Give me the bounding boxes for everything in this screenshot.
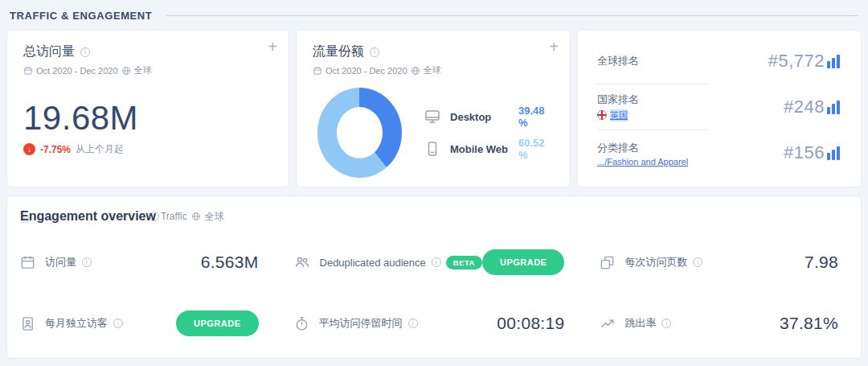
unique-visitor-icon <box>20 316 35 331</box>
rankings-card: 全球排名 #5,772 国家排名 英国 #248 分类排名 <box>577 30 862 187</box>
metric-label: 访问量 <box>45 255 76 269</box>
legend-value: 39.48 % <box>518 105 554 129</box>
add-to-dashboard-button[interactable]: + <box>549 39 559 55</box>
metric-label: 每月独立访客 <box>45 316 108 331</box>
traffic-share-card: + 流量份额 i Oct 2020 - Dec 2020 全球 Deskt <box>296 30 571 187</box>
visits-icon <box>20 255 35 270</box>
card-title-row: 总访问量 i <box>23 43 272 60</box>
legend-value: 60.52 % <box>518 137 554 161</box>
metric-deduplicated-audience: Deduplicated audience i BETA UPGRADE <box>281 232 588 293</box>
global-rank-label: 全球排名 <box>597 54 639 68</box>
info-icon[interactable]: i <box>661 319 671 328</box>
upgrade-button[interactable]: UPGRADE <box>176 310 259 336</box>
card-subtitle: Oct 2020 - Dec 2020 全球 <box>23 64 272 76</box>
legend-label: Desktop <box>450 111 518 123</box>
stopwatch-icon <box>294 316 309 331</box>
traffic-filter-label: Traffic <box>161 211 187 222</box>
section-header: TRAFFIC & ENGAGEMENT <box>0 0 868 22</box>
metric-label: 平均访问停留时间 <box>319 316 403 331</box>
change-row: ↓ -7.75% 从上个月起 <box>23 142 272 156</box>
metric-label: Deduplicated audience <box>320 257 426 269</box>
metric-value: 37.81% <box>780 314 838 333</box>
metric-bounce-rate: 跳出率 i 37.81% <box>587 293 861 354</box>
country-rank-value: #248 <box>784 97 825 117</box>
country-rank-sub: 英国 <box>597 109 639 123</box>
category-rank-sub: .../Fashion and Apparel <box>597 157 688 167</box>
category-link[interactable]: .../Fashion and Apparel <box>597 157 688 167</box>
pages-icon <box>600 255 615 270</box>
total-visits-card: + 总访问量 i Oct 2020 - Dec 2020 全球 19.68M ↓… <box>6 30 289 187</box>
global-rank-value: #5,772 <box>768 51 825 72</box>
mobile-icon <box>424 141 440 157</box>
add-to-dashboard-button[interactable]: + <box>268 39 277 55</box>
legend-label: Mobile Web <box>450 143 518 155</box>
info-icon[interactable]: i <box>370 47 379 57</box>
traffic-share-body: Desktop 39.48 % Mobile Web 60.52 % <box>313 88 554 178</box>
country-rank-row: 国家排名 英国 #248 <box>597 84 841 130</box>
total-visits-title: 总访问量 <box>23 43 75 60</box>
metric-label: 跳出率 <box>624 316 656 331</box>
metric-label: 每次访问页数 <box>624 255 687 269</box>
global-rank-row: 全球排名 #5,772 <box>597 39 841 84</box>
category-rank-value: #156 <box>784 142 825 163</box>
metric-avg-visit-duration: 平均访问停留时间 i 00:08:19 <box>281 293 588 354</box>
uk-flag-icon <box>597 109 607 123</box>
upgrade-button[interactable]: UPGRADE <box>482 249 565 275</box>
engagement-metrics-grid: 访问量 i 6.563M Deduplicated audience i BET… <box>7 232 861 354</box>
info-icon[interactable]: i <box>113 319 123 328</box>
change-percent: -7.75% <box>40 144 71 155</box>
info-icon[interactable]: i <box>693 257 702 267</box>
calendar-icon <box>23 66 33 76</box>
country-link[interactable]: 英国 <box>610 109 628 121</box>
category-rank-value-wrap: #156 <box>784 142 841 163</box>
date-range: Oct 2020 - Dec 2020 <box>36 66 118 76</box>
globe-icon <box>411 66 420 76</box>
engagement-title: Engagement overview <box>20 209 156 224</box>
arrow-down-icon: ↓ <box>23 143 35 155</box>
metric-value: 7.98 <box>805 253 838 272</box>
beta-badge: BETA <box>446 256 482 269</box>
change-note: 从上个月起 <box>76 142 124 156</box>
category-rank-label: 分类排名 <box>597 142 639 154</box>
info-icon[interactable]: i <box>408 319 418 328</box>
legend-row-mobile: Mobile Web 60.52 % <box>424 137 554 161</box>
region-label: 全球 <box>205 210 224 224</box>
total-visits-value: 19.68M <box>23 99 272 138</box>
date-range: Oct 2020 - Dec 2020 <box>326 66 407 76</box>
metric-monthly-unique-visitors: 每月独立访客 i UPGRADE <box>7 293 281 354</box>
info-icon[interactable]: i <box>82 257 92 267</box>
rank-bars-icon <box>827 100 841 117</box>
section-divider <box>166 15 858 16</box>
globe-icon <box>121 66 131 76</box>
section-title: TRAFFIC & ENGAGEMENT <box>10 10 152 22</box>
legend-row-desktop: Desktop 39.48 % <box>424 105 554 129</box>
traffic-share-legend: Desktop 39.48 % Mobile Web 60.52 % <box>424 105 554 161</box>
country-rank-label: 国家排名 <box>597 93 639 105</box>
info-icon[interactable]: i <box>432 257 441 267</box>
rank-bars-icon <box>827 54 841 72</box>
globe-icon <box>191 212 201 221</box>
region-label: 全球 <box>134 64 152 76</box>
engagement-subtitle: Traffic 全球 <box>161 210 224 224</box>
card-title-row: 流量份额 i <box>313 43 554 60</box>
audience-icon <box>294 254 310 270</box>
country-rank-value-wrap: #248 <box>784 97 841 117</box>
metric-value: 6.563M <box>201 253 259 272</box>
metric-value: 00:08:19 <box>497 314 564 333</box>
top-cards-row: + 总访问量 i Oct 2020 - Dec 2020 全球 19.68M ↓… <box>6 30 862 187</box>
card-subtitle: Oct 2020 - Dec 2020 全球 <box>313 64 554 76</box>
global-rank-value-wrap: #5,772 <box>768 51 841 72</box>
rank-bars-icon <box>827 146 841 163</box>
info-icon[interactable]: i <box>80 47 90 57</box>
region-label: 全球 <box>424 64 441 76</box>
traffic-share-donut-chart <box>317 88 402 178</box>
engagement-overview-panel: Engagement overview i Traffic 全球 访问量 i 6… <box>6 195 862 359</box>
bounce-rate-icon <box>600 316 615 331</box>
metric-visits: 访问量 i 6.563M <box>7 232 281 293</box>
metric-pages-per-visit: 每次访问页数 i 7.98 <box>587 232 861 293</box>
traffic-share-title: 流量份额 <box>313 43 364 60</box>
calendar-icon <box>313 66 322 76</box>
desktop-icon <box>424 109 440 125</box>
category-rank-row: 分类排名 .../Fashion and Apparel #156 <box>597 130 841 175</box>
engagement-header: Engagement overview i Traffic 全球 <box>7 196 861 224</box>
